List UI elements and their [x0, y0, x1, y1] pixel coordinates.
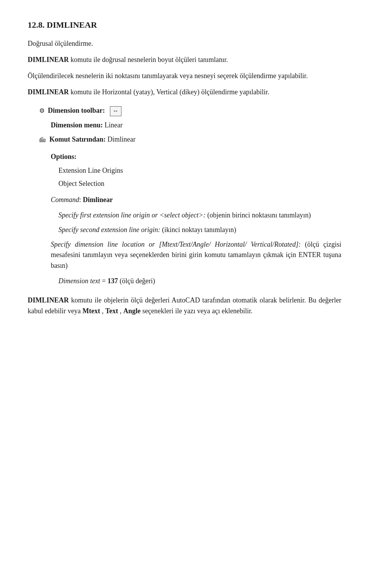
specify-2: Specify second extension line origin: (i…	[58, 225, 341, 236]
dimension-menu-row: Dimension menu: Linear	[51, 120, 341, 131]
option-item-1: Extension Line Origins	[58, 165, 341, 176]
toolbar-icon: ↔	[110, 106, 121, 116]
dimension-symbol-icon: ⚙	[39, 106, 45, 116]
specify2-rest: (ikinci noktayı tanımlayın)	[162, 226, 236, 234]
keyboard-icon: 🖮	[39, 135, 46, 145]
bottom-angle: Angle	[123, 307, 141, 315]
options-section: Options: Extension Line Origins Object S…	[51, 152, 341, 189]
bottom-text: Text	[105, 307, 118, 315]
specify2-italic: Specify second extension line origin:	[58, 226, 160, 234]
specify3-italic: Specify dimension line location or [Mtex…	[51, 241, 301, 248]
dimension-text-rest: (ölçü değeri)	[120, 277, 155, 285]
specify1-italic: Specify first extension line origin or <…	[58, 211, 206, 219]
para3-rest: komutu ile Horizontal (yatay), Vertical …	[71, 88, 269, 96]
subtitle-paragraph: Doğrusal ölçülendirme.	[28, 38, 341, 49]
section-title: 12.8. DIMLINEAR	[28, 18, 341, 32]
command-row: Command: Dimlinear	[51, 195, 341, 205]
para3-dimlinear: DIMLINEAR	[28, 88, 69, 96]
dimension-text-eq: =	[102, 277, 108, 285]
menu-label: Dimension menu:	[51, 121, 103, 129]
command-label: Command	[51, 196, 79, 204]
specify-1: Specify first extension line origin or <…	[58, 210, 341, 221]
command-value: Dimlinear	[83, 196, 113, 204]
dimension-text-row: Dimension text = 137 (ölçü değeri)	[58, 276, 341, 287]
options-label: Options:	[51, 152, 341, 162]
extension-line-origins: Extension Line Origins	[58, 167, 123, 174]
specify-3: Specify dimension line location or [Mtex…	[51, 239, 341, 272]
toolbar-row: ⚙ Dimension toolbar: ↔	[39, 105, 341, 116]
dimension-text-value: 137	[108, 277, 118, 285]
menu-value: Linear	[105, 121, 123, 129]
bottom-sep2: ,	[120, 307, 123, 315]
bottom-dimlinear: DIMLINEAR	[28, 296, 69, 304]
option-item-2: Object Selection	[58, 179, 341, 189]
command-satir-row: 🖮 Komut Satırından: Dimlinear	[39, 134, 341, 145]
para2: Ölçülendirilecek nesnelerin iki noktasın…	[28, 71, 341, 82]
para1-rest: komutu ile doğrusal nesnelerin boyut ölç…	[71, 56, 228, 63]
options-label-text: Options:	[51, 153, 76, 160]
para1-dimlinear: DIMLINEAR	[28, 56, 69, 63]
bottom-mtext: Mtext	[82, 307, 100, 315]
bottom-sep1: ,	[102, 307, 105, 315]
komut-label: Komut Satırından:	[50, 135, 106, 143]
object-selection: Object Selection	[58, 180, 104, 187]
para3: DIMLINEAR komutu ile Horizontal (yatay),…	[28, 87, 341, 98]
bottom-end: seçenekleri ile yazı veya açı eklenebili…	[142, 307, 253, 315]
specify1-rest: (objenin birinci noktasını tanımlayın)	[207, 211, 311, 219]
subtitle-text: Doğrusal ölçülendirme.	[28, 40, 93, 47]
command-colon: :	[79, 196, 83, 204]
dimension-text-label: Dimension text	[58, 277, 100, 285]
toolbar-label: Dimension toolbar:	[48, 107, 105, 114]
para1: DIMLINEAR komutu ile doğrusal nesnelerin…	[28, 55, 341, 65]
para2-text: Ölçülendirilecek nesnelerin iki noktasın…	[28, 72, 308, 80]
komut-value: Dimlinear	[108, 135, 136, 143]
bottom-paragraph: DIMLINEAR komutu ile objelerin ölçü değe…	[28, 295, 341, 317]
title-text: 12.8. DIMLINEAR	[28, 20, 97, 30]
